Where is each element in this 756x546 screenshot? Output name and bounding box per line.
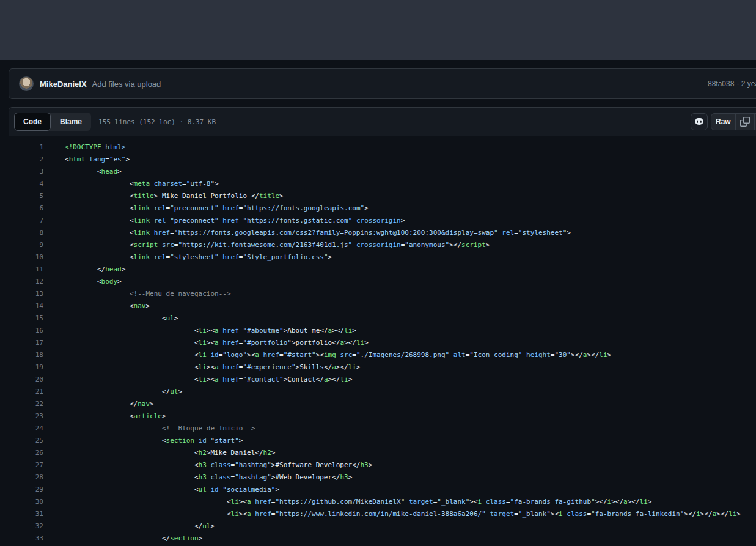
- code-row: 10 <link rel="stylesheet" href="Style_po…: [9, 251, 756, 264]
- copy-icon: [740, 117, 750, 127]
- line-number[interactable]: 16: [9, 325, 43, 337]
- line-number[interactable]: 17: [9, 337, 43, 349]
- code-row: 31 <li><a href="https://www.linkedin.com…: [9, 508, 756, 520]
- code-row: 32 </ul>: [9, 520, 756, 533]
- repo-header-band: [0, 0, 756, 60]
- line-number[interactable]: 20: [9, 374, 43, 386]
- code-row: 14 <nav>: [9, 300, 756, 312]
- line-number[interactable]: 8: [9, 227, 43, 239]
- commit-meta: 88fa038 · 2 yea: [708, 69, 756, 98]
- line-number[interactable]: 33: [9, 533, 43, 545]
- code-row: 17 <li><a href="#portfolio">portfolio</a…: [9, 337, 756, 349]
- code-row: 4 <meta charset="utf-8">: [9, 178, 756, 190]
- commit-message[interactable]: Add files via upload: [92, 79, 161, 89]
- code-line: <meta charset="utf-8">: [43, 178, 219, 190]
- code-line: <ul id="socialmedia">: [43, 484, 279, 496]
- line-number[interactable]: 13: [9, 288, 43, 300]
- line-number[interactable]: 3: [9, 166, 43, 178]
- line-number[interactable]: 24: [9, 422, 43, 435]
- line-number[interactable]: 32: [9, 520, 43, 533]
- copilot-button[interactable]: [691, 113, 708, 130]
- code-row: 13 <!--Menu de navegacion-->: [9, 288, 756, 300]
- commit-author[interactable]: MikeDanielX: [40, 79, 87, 89]
- line-number[interactable]: 12: [9, 276, 43, 288]
- code-row: 33 </section>: [9, 533, 756, 545]
- code-row: 12 <body>: [9, 276, 756, 288]
- line-number[interactable]: 19: [9, 361, 43, 374]
- line-number[interactable]: 11: [9, 264, 43, 276]
- user-avatar[interactable]: [19, 76, 34, 91]
- line-number[interactable]: 9: [9, 239, 43, 251]
- code-line: <h3 class="hashtag">#Web Developer</h3>: [43, 471, 352, 484]
- code-row: 1<!DOCTYPE html>: [9, 141, 756, 153]
- code-row: 11 </head>: [9, 264, 756, 276]
- line-number[interactable]: 26: [9, 447, 43, 459]
- code-row: 27 <h3 class="hashtag">#Software Develop…: [9, 459, 756, 471]
- code-line: <!--Menu de navegacion-->: [43, 288, 231, 300]
- line-number[interactable]: 22: [9, 398, 43, 410]
- code-row: 28 <h3 class="hashtag">#Web Developer</h…: [9, 471, 756, 484]
- code-line: <!DOCTYPE html>: [43, 141, 125, 153]
- code-line: <li><a href="#portfolio">portfolio</a></…: [43, 337, 369, 349]
- tab-blame[interactable]: Blame: [51, 113, 91, 131]
- code-row: 15 <ul>: [9, 312, 756, 325]
- code-rows: 1<!DOCTYPE html>2<html lang="es">3 <head…: [9, 136, 756, 545]
- code-line: <script src="https://kit.fontawesome.com…: [43, 239, 490, 251]
- code-line: </head>: [43, 264, 125, 276]
- code-line: <li><a href="https://github.com/MikeDani…: [43, 496, 651, 508]
- code-line: <section id="start">: [43, 435, 243, 447]
- file-content-panel: Code Blame 155 lines (152 loc) · 8.37 KB…: [9, 107, 756, 546]
- code-row: 23 <article>: [9, 410, 756, 422]
- latest-commit-bar: MikeDanielX Add files via upload 88fa038…: [9, 68, 756, 99]
- line-number[interactable]: 28: [9, 471, 43, 484]
- code-row: 25 <section id="start">: [9, 435, 756, 447]
- line-number[interactable]: 23: [9, 410, 43, 422]
- line-number[interactable]: 10: [9, 251, 43, 264]
- code-line: <li><a href="#contact">Contact</a></li>: [43, 374, 352, 386]
- line-number[interactable]: 4: [9, 178, 43, 190]
- line-number[interactable]: 29: [9, 484, 43, 496]
- code-line: <body>: [43, 276, 122, 288]
- line-number[interactable]: 7: [9, 215, 43, 227]
- code-row: 19 <li><a href="#experience">Skills</a><…: [9, 361, 756, 374]
- code-row: 7 <link rel="preconnect" href="https://f…: [9, 215, 756, 227]
- commit-sha[interactable]: 88fa038: [708, 79, 734, 88]
- line-number[interactable]: 1: [9, 141, 43, 153]
- line-number[interactable]: 18: [9, 349, 43, 361]
- tab-code[interactable]: Code: [14, 113, 51, 131]
- line-number[interactable]: 2: [9, 153, 43, 166]
- code-blame-switch: Code Blame: [14, 113, 91, 131]
- code-row: 5 <title> Mike Daniel Portfolio </title>: [9, 190, 756, 202]
- line-number[interactable]: 21: [9, 386, 43, 398]
- code-row: 21 </ul>: [9, 386, 756, 398]
- line-number[interactable]: 25: [9, 435, 43, 447]
- code-line: <li id="logo"><a href="#start"><img src=…: [43, 349, 611, 361]
- code-row: 18 <li id="logo"><a href="#start"><img s…: [9, 349, 756, 361]
- code-row: 6 <link rel="preconnect" href="https://f…: [9, 202, 756, 215]
- code-row: 29 <ul id="socialmedia">: [9, 484, 756, 496]
- code-line: </nav>: [43, 398, 154, 410]
- code-line: <li><a href="#aboutme">About me</a></li>: [43, 325, 356, 337]
- line-number[interactable]: 6: [9, 202, 43, 215]
- code-line: <h3 class="hashtag">#Software Developer<…: [43, 459, 372, 471]
- code-line: <link href="https://fonts.googleapis.com…: [43, 227, 571, 239]
- commit-time: · 2 yea: [736, 79, 756, 88]
- copy-button[interactable]: [736, 114, 754, 130]
- code-line: <link rel="preconnect" href="https://fon…: [43, 215, 405, 227]
- line-number[interactable]: 31: [9, 508, 43, 520]
- line-number[interactable]: 14: [9, 300, 43, 312]
- code-line: </section>: [43, 533, 202, 545]
- line-number[interactable]: 27: [9, 459, 43, 471]
- code-row: 16 <li><a href="#aboutme">About me</a></…: [9, 325, 756, 337]
- code-row: 8 <link href="https://fonts.googleapis.c…: [9, 227, 756, 239]
- raw-copy-group: Raw: [711, 113, 756, 130]
- code-line: <nav>: [43, 300, 150, 312]
- code-row: 22 </nav>: [9, 398, 756, 410]
- raw-button[interactable]: Raw: [711, 114, 735, 130]
- line-number[interactable]: 15: [9, 312, 43, 325]
- line-number[interactable]: 5: [9, 190, 43, 202]
- code-line: </ul>: [43, 386, 182, 398]
- code-row: 9 <script src="https://kit.fontawesome.c…: [9, 239, 756, 251]
- code-row: 3 <head>: [9, 166, 756, 178]
- line-number[interactable]: 30: [9, 496, 43, 508]
